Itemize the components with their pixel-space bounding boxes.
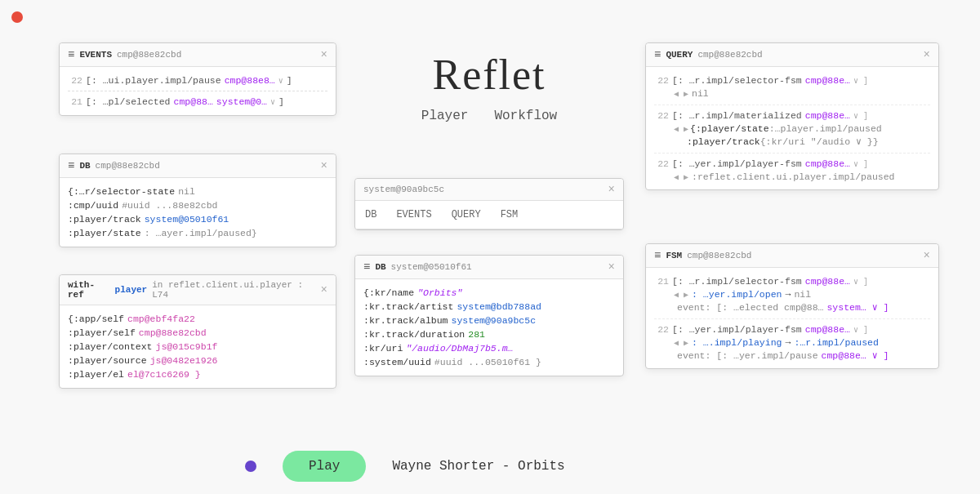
events-id: cmp@88e82cbd	[117, 50, 181, 60]
events-panel-body: 22 [: …ui.player.impl/pause cmp@88e8… ∨ …	[60, 67, 336, 115]
fsm-panel-header: FSM cmp@88e82cbd ×	[646, 244, 938, 268]
db-center-panel: DB system@05010f61 × {:kr/name "Orbits" …	[354, 255, 624, 376]
db-left-close-button[interactable]: ×	[321, 160, 327, 171]
ref-val: cmp@88…	[174, 96, 213, 107]
menu-icon	[68, 159, 74, 172]
query-label: QUERY	[666, 50, 693, 60]
withref-row-3: :player/context js@015c9b1f	[68, 340, 327, 354]
ref-val2: system@0…	[216, 96, 267, 107]
withref-row-5: :player/el el@7c1c6269 }	[68, 367, 327, 381]
db-center-close-button[interactable]: ×	[608, 261, 615, 273]
events-panel-header: EVENTS cmp@88e82cbd ×	[60, 43, 336, 67]
query-sub-2a: ◀ ▶ {:player/state :…player.impl/paused	[654, 122, 930, 135]
db-center-row-3: :kr.track/album system@90a9bc5c	[363, 314, 615, 327]
events-label: EVENTS	[79, 50, 112, 60]
query-sub-2b: :player/track {:kr/uri "/audio ∨ }}	[654, 135, 930, 148]
menu-icon	[363, 260, 370, 274]
query-panel: QUERY cmp@88e82cbd × 22 [: …r.impl/selec…	[645, 42, 939, 190]
query-title-group: QUERY cmp@88e82cbd	[654, 48, 763, 61]
db-left-label: DB	[79, 161, 90, 171]
db-left-row-3: :player/track system@05010f61	[68, 212, 327, 226]
fsm-panel-body: 21 [: …r.impl/selector-fsm cmp@88e… ∨ ] …	[646, 268, 938, 368]
db-left-panel-header: DB cmp@88e82cbd ×	[60, 154, 336, 178]
withref-panel: with-ref player in reflet.client.ui.play…	[59, 274, 336, 389]
fsm-close-button[interactable]: ×	[924, 250, 930, 261]
query-group-2: 22 [: …r.impl/materialized cmp@88e… ∨ ] …	[654, 109, 930, 154]
tab-workflow[interactable]: Workflow	[494, 109, 557, 127]
withref-in: in reflet.client.ui.player : L74	[152, 280, 320, 300]
track-title: Wayne Shorter - Orbits	[392, 459, 564, 474]
system-center-close-button[interactable]: ×	[608, 184, 615, 195]
query-panel-body: 22 [: …r.impl/selector-fsm cmp@88e… ∨ ] …	[646, 67, 938, 189]
app-title: Reflet	[354, 51, 624, 99]
query-row-3a: 22 [: …yer.impl/player-fsm cmp@88e… ∨ ]	[654, 157, 930, 171]
play-button[interactable]: Play	[283, 451, 366, 482]
menu-icon	[654, 48, 661, 61]
system-center-id-group: system@90a9bc5c	[363, 185, 444, 194]
fsm-sub-2a: ◀ ▶ : ….impl/playing → :…r.impl/paused	[654, 336, 930, 349]
fsm-row-1a: 21 [: …r.impl/selector-fsm cmp@88e… ∨ ]	[654, 274, 930, 288]
db-center-id: system@05010f61	[391, 262, 472, 272]
menu-icon	[654, 249, 661, 262]
nav-tabs: Player Workflow	[354, 109, 624, 127]
query-row-2a: 22 [: …r.impl/materialized cmp@88e… ∨ ]	[654, 109, 930, 122]
bottom-bar: Play Wayne Shorter - Orbits	[0, 438, 980, 494]
query-group-3: 22 [: …yer.impl/player-fsm cmp@88e… ∨ ] …	[654, 157, 930, 183]
withref-label: with-ref	[68, 280, 110, 300]
db-center-label: DB	[375, 262, 385, 272]
fsm-sub-1b: event: [: …elected cmp@88… system… ∨ ]	[654, 300, 930, 314]
fsm-row-2a: 22 [: …yer.impl/player-fsm cmp@88e… ∨ ]	[654, 323, 930, 336]
ref-val: cmp@88e8…	[225, 75, 275, 86]
db-center-title-group: DB system@05010f61	[363, 260, 472, 274]
line-num: 21	[68, 96, 82, 107]
db-center-row-1: {:kr/name "Orbits"	[363, 286, 615, 300]
query-id: cmp@88e82cbd	[697, 50, 762, 60]
event-row-1: 22 [: …ui.player.impl/pause cmp@88e8… ∨ …	[68, 73, 327, 87]
withref-row-2: :player/self cmp@88e82cbd	[68, 326, 327, 340]
tab-events[interactable]: EVENTS	[396, 207, 431, 222]
db-center-row-5: :kr/uri "/audio/DbMaj7b5.m…	[363, 341, 615, 355]
event-row-2: 21 [: …pl/selected cmp@88… system@0… ∨ ]	[68, 95, 327, 109]
fsm-title-group: FSM cmp@88e82cbd	[654, 249, 751, 262]
tab-fsm[interactable]: FSM	[501, 207, 519, 222]
db-left-row-2: :cmp/uuid #uuid ...88e82cbd	[68, 198, 327, 212]
db-left-title-group: DB cmp@88e82cbd	[68, 159, 160, 172]
withref-row-1: {:app/self cmp@ebf4fa22	[68, 312, 327, 326]
fsm-label: FSM	[666, 251, 682, 260]
db-center-row-4: :kr.track/duration 281	[363, 327, 615, 341]
window-close-dot[interactable]	[11, 11, 23, 23]
query-sub-1: ◀ ▶ nil	[654, 87, 930, 100]
db-center-row-6: :system/uuid #uuid ...05010f61 }	[363, 355, 615, 369]
withref-panel-header: with-ref player in reflet.client.ui.play…	[60, 275, 336, 305]
query-sub-3: ◀ ▶ :reflet.client.ui.player.impl/paused	[654, 171, 930, 183]
db-center-header: DB system@05010f61 ×	[355, 256, 623, 279]
db-left-id: cmp@88e82cbd	[96, 161, 160, 171]
withref-sub: player	[115, 285, 148, 295]
tab-db[interactable]: DB	[365, 207, 376, 222]
fsm-sub-1a: ◀ ▶ : …yer.impl/open → nil	[654, 288, 930, 300]
events-close-button[interactable]: ×	[321, 49, 327, 60]
fsm-panel: FSM cmp@88e82cbd × 21 [: …r.impl/selecto…	[645, 243, 939, 369]
withref-title-group: with-ref player in reflet.client.ui.play…	[68, 280, 321, 300]
system-center-tabs: DB EVENTS QUERY FSM	[355, 201, 623, 229]
menu-icon	[68, 48, 74, 61]
fsm-group-1: 21 [: …r.impl/selector-fsm cmp@88e… ∨ ] …	[654, 274, 930, 319]
tab-query[interactable]: QUERY	[452, 207, 481, 222]
db-center-row-2: :kr.track/artist system@bdb788ad	[363, 300, 615, 314]
fsm-group-2: 22 [: …yer.impl/player-fsm cmp@88e… ∨ ] …	[654, 323, 930, 362]
db-left-panel: DB cmp@88e82cbd × {:…r/selector-state ni…	[59, 154, 336, 247]
withref-panel-body: {:app/self cmp@ebf4fa22 :player/self cmp…	[60, 305, 336, 388]
withref-row-4: :player/source js@0482e1926	[68, 354, 327, 367]
system-center-header: system@90a9bc5c ×	[355, 179, 623, 201]
withref-close-button[interactable]: ×	[321, 284, 327, 296]
query-row-1a: 22 [: …r.impl/selector-fsm cmp@88e… ∨ ]	[654, 73, 930, 87]
query-close-button[interactable]: ×	[924, 49, 930, 60]
query-panel-header: QUERY cmp@88e82cbd ×	[646, 43, 938, 67]
tab-player[interactable]: Player	[421, 109, 469, 127]
db-left-row-1: {:…r/selector-state nil	[68, 185, 327, 198]
events-panel: EVENTS cmp@88e82cbd × 22 [: …ui.player.i…	[59, 42, 336, 116]
db-left-row-4: :player/state : …ayer.impl/paused}	[68, 226, 327, 240]
play-indicator-dot	[245, 461, 256, 472]
fsm-sub-2b: event: [: …yer.impl/pause cmp@88e… ∨ ]	[654, 349, 930, 362]
line-num: 22	[68, 75, 82, 86]
